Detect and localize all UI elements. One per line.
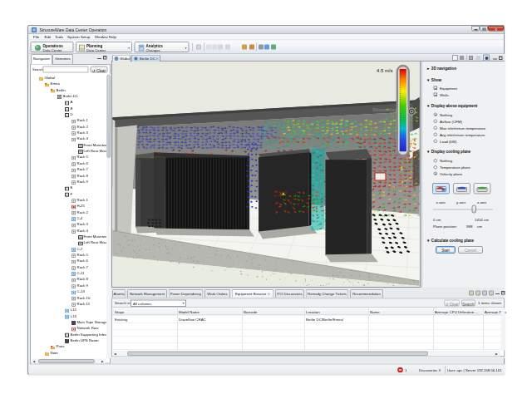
svg-text:StruxureWare: StruxureWare — [372, 108, 398, 112]
svg-text:4.5 m/s: 4.5 m/s — [377, 68, 392, 73]
